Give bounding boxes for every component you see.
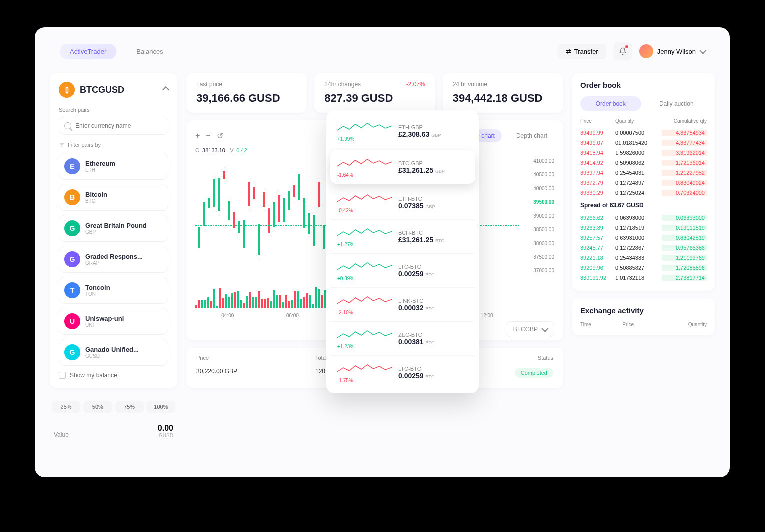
coin-icon: G — [64, 220, 80, 236]
price-item[interactable]: -1.75% LTC-BTC0.00259 BTC — [330, 356, 475, 389]
coin-icon: G — [64, 251, 80, 267]
tab-depth-chart[interactable]: Depth chart — [510, 129, 554, 142]
orderbook-row[interactable]: 39245.770.127228670.95765386 — [580, 243, 707, 253]
sparkline — [338, 120, 392, 135]
order-book: Order book Order book Daily auction Pric… — [572, 73, 715, 291]
show-balance-checkbox[interactable]: Show my balance — [59, 372, 168, 379]
orderbook-row[interactable]: 39397.940.254540311.21227952 — [580, 168, 707, 178]
orderbook-row[interactable]: 339191.921.017321182.73817714 — [580, 273, 707, 283]
pair-selector[interactable]: BTCGBP — [506, 321, 554, 337]
stat-card: 24hr changes-2.07%827.39 GUSD — [314, 73, 435, 113]
pair-item[interactable]: E EthereumETH — [59, 153, 168, 180]
orderbook-row[interactable]: 39414.920.509080621.72136014 — [580, 158, 707, 168]
tab-active-trader[interactable]: ActiveTrader — [60, 44, 116, 59]
zoom-out-icon[interactable]: − — [206, 131, 210, 141]
price-list-popup: +1.99% ETH-GBP£2,308.63 GBP-1.64% BTC-GB… — [326, 110, 479, 393]
transfer-label: Transfer — [574, 48, 598, 55]
notification-bell-icon[interactable] — [614, 42, 632, 60]
filter-icon — [59, 142, 65, 148]
stat-card: Last price39,166.66 GUSD — [186, 73, 307, 113]
percent-button[interactable]: 50% — [84, 401, 112, 413]
tab-daily-auction[interactable]: Daily auction — [646, 96, 708, 111]
sparkline — [338, 260, 392, 275]
pair-title: BTCGUSD — [80, 85, 124, 95]
orderbook-row[interactable]: 39499.0701.018154204.33777434 — [580, 138, 707, 148]
stat-card: 24 hr volume394,442.18 GUSD — [443, 73, 564, 113]
chevron-down-icon — [700, 47, 706, 54]
orderbook-row[interactable]: 39499.990.000075004.33784934 — [580, 128, 707, 138]
checkbox-icon — [59, 372, 66, 379]
sparkline — [338, 362, 392, 377]
price-item[interactable]: +1.23% ZEC-BTC0.00381 BTC — [330, 322, 475, 356]
orderbook-row[interactable]: 39257.570.639310000.83042519 — [580, 233, 707, 243]
sparkline — [338, 192, 392, 207]
value-label: Value — [54, 431, 69, 438]
percent-button[interactable]: 75% — [116, 401, 144, 413]
orderbook-row[interactable]: 39221.180.254343831.21199769 — [580, 253, 707, 263]
status-badge: Completed — [515, 368, 554, 378]
price-item[interactable]: -1.64% BTC-GBP£31,261.25 GBP — [330, 150, 475, 184]
price-item[interactable]: +1.99% ETH-GBP£2,308.63 GBP — [330, 114, 475, 148]
pair-item[interactable]: U Uniswap-uniUNI — [59, 308, 168, 335]
user-name: Jenny Wilson — [658, 48, 696, 55]
transfer-button[interactable]: ⇄ Transfer — [558, 44, 606, 59]
coin-icon: U — [64, 313, 80, 329]
percent-button[interactable]: 25% — [52, 401, 80, 413]
price-item[interactable]: +1.27% BCH-BTC£31,261.25 BTC — [330, 220, 475, 254]
order-book-title: Order book — [580, 81, 707, 89]
orderbook-row[interactable]: 39209.960.508858271.72085596 — [580, 263, 707, 273]
coin-icon: B — [64, 189, 80, 205]
exchange-activity: Exchange activity Time Price Quantity — [572, 298, 715, 335]
sidebar-pairs: ₿ BTCGUSD Search pairs Filter pairs by E… — [50, 73, 178, 388]
search-label: Search pairs — [59, 107, 168, 113]
value-amount: 0.00 — [158, 424, 174, 433]
search-input[interactable] — [76, 122, 163, 129]
sparkline — [338, 294, 392, 309]
sparkline — [338, 156, 392, 171]
avatar — [640, 44, 654, 58]
orderbook-row[interactable]: 39418.941.598260003.31962014 — [580, 148, 707, 158]
pair-item[interactable]: G Great Britain PoundGBP — [59, 215, 168, 242]
orderbook-row[interactable]: 39263.890.127185190.19111519 — [580, 223, 707, 233]
orderbook-row[interactable]: 39266.620.063930000.06393000 — [580, 213, 707, 223]
pair-item[interactable]: G Graded Respons...GRAP — [59, 246, 168, 273]
sparkline — [338, 226, 392, 241]
price-item[interactable]: -2.10% LINK-BTC0.00032 BTC — [330, 288, 475, 322]
value-unit: GUSD — [158, 433, 174, 438]
price-item[interactable]: +0.39% LTC-BTC0.00259 BTC — [330, 254, 475, 288]
search-icon — [64, 122, 72, 129]
sparkline — [338, 328, 392, 343]
tab-balances[interactable]: Balances — [126, 44, 173, 59]
header: ActiveTrader Balances ⇄ Transfer Jenny W… — [50, 37, 715, 65]
coin-icon: G — [64, 344, 80, 360]
spread-label: Spread of 63.67 GUSD — [580, 198, 707, 213]
pair-item[interactable]: B BitcoinBTC — [59, 184, 168, 211]
filter-header[interactable]: Filter pairs by — [59, 142, 168, 148]
activity-title: Exchange activity — [580, 306, 707, 315]
user-menu[interactable]: Jenny Wilson — [640, 44, 705, 58]
coin-icon: E — [64, 158, 80, 174]
orderbook-row[interactable]: 39330.290.127250240.70324000 — [580, 188, 707, 198]
zoom-in-icon[interactable]: + — [196, 131, 200, 141]
bitcoin-icon: ₿ — [59, 82, 75, 98]
chevron-up-icon[interactable] — [162, 86, 170, 93]
pair-item[interactable]: T ToncoinTON — [59, 277, 168, 304]
coin-icon: T — [64, 282, 80, 298]
search-box[interactable] — [59, 117, 168, 135]
refresh-icon[interactable]: ↺ — [217, 131, 224, 141]
orderbook-row[interactable]: 39372.790.127248970.83049024 — [580, 178, 707, 188]
percent-button[interactable]: 100% — [147, 401, 176, 413]
pair-item[interactable]: G Ganado Unified...GUSD — [59, 339, 168, 366]
chevron-down-icon — [542, 325, 548, 332]
transfer-icon: ⇄ — [566, 48, 572, 55]
tab-order-book[interactable]: Order book — [580, 96, 642, 111]
price-item[interactable]: -0.42% ETH-BTC0.07385 GBP — [330, 186, 475, 220]
